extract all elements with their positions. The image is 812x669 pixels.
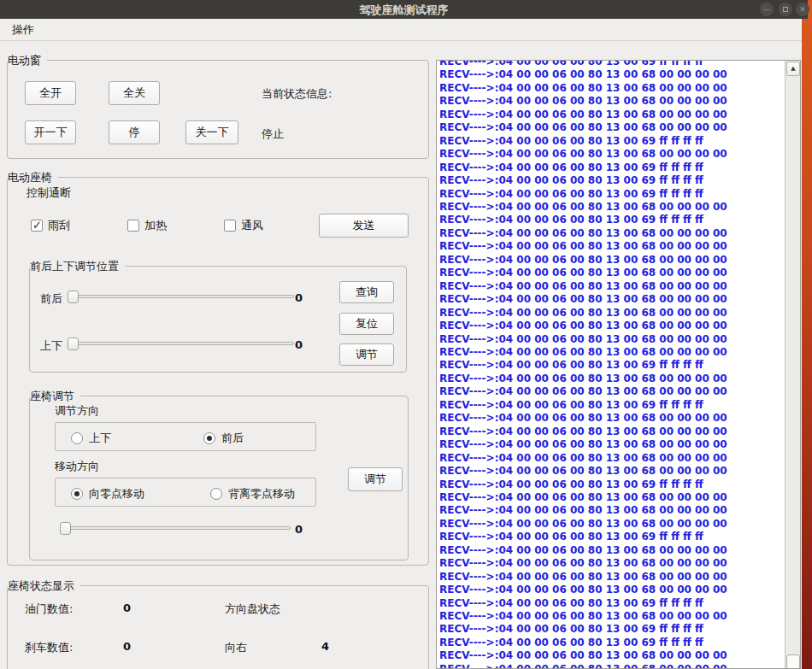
log-line: RECV---->:04 00 00 06 00 80 13 00 68 00 … [439, 544, 784, 557]
log-line: RECV---->:04 00 00 06 00 80 13 00 68 00 … [439, 148, 784, 161]
stop-button[interactable]: 停 [109, 120, 160, 144]
heating-checkbox-label: 加热 [144, 218, 167, 233]
direction-updown-radio[interactable]: 上下 [71, 431, 111, 446]
log-line: RECV---->:04 00 00 06 00 80 13 00 69 ff … [439, 623, 784, 636]
log-line: RECV---->:04 00 00 06 00 80 13 00 68 00 … [439, 491, 784, 504]
menu-bar: 操作 [0, 19, 802, 41]
frontback-slider-handle[interactable] [68, 290, 79, 303]
seat-adjust-slider[interactable] [60, 522, 291, 535]
seat-adjust-slider-groove[interactable] [60, 526, 291, 530]
log-line: RECV---->:04 00 00 06 00 80 13 00 69 ff … [439, 161, 784, 174]
throttle-value: 0 [123, 602, 131, 614]
direction-frontback-radio-label: 前后 [221, 431, 244, 446]
group-electric-window-title: 电动窗 [8, 53, 47, 67]
open-once-button[interactable]: 开一下 [25, 120, 76, 144]
log-line: RECV---->:04 00 00 06 00 80 13 00 68 00 … [439, 293, 784, 306]
movement-awayzero-radio[interactable]: 背离零点移动 [210, 486, 295, 502]
frontback-slider[interactable] [68, 290, 294, 303]
direction-frontback-radio[interactable]: 前后 [203, 431, 244, 446]
close-icon: ✕ [799, 6, 806, 14]
log-line: RECV---->:04 00 00 06 00 80 13 00 68 00 … [439, 504, 784, 517]
full-open-button[interactable]: 全开 [25, 81, 76, 105]
group-position-adjust: 前后上下调节位置 前后 0 上下 0 查询 复位 调节 [29, 266, 407, 373]
log-line: RECV---->:04 00 00 06 00 80 13 00 68 00 … [439, 571, 784, 584]
frontback-slider-value: 0 [295, 291, 303, 304]
close-once-button[interactable]: 关一下 [185, 120, 238, 144]
direction-updown-radio-label: 上下 [89, 431, 111, 446]
full-close-button[interactable]: 全关 [109, 81, 160, 105]
window-titlebar[interactable]: 驾驶座舱测试程序 — ✕ [0, 0, 808, 19]
current-status-value: 停止 [262, 126, 284, 142]
log-line: RECV---->:04 00 00 06 00 80 13 00 68 00 … [439, 227, 784, 240]
wiper-checkbox[interactable]: 雨刮 [31, 218, 70, 233]
reset-button[interactable]: 复位 [339, 313, 394, 335]
movement-awayzero-radio-circle[interactable] [210, 488, 222, 500]
frontback-slider-groove[interactable] [68, 295, 294, 298]
direction-frontback-radio-circle[interactable] [203, 432, 215, 444]
send-button[interactable]: 发送 [319, 214, 409, 238]
log-line: RECV---->:04 00 00 06 00 80 13 00 68 00 … [439, 307, 784, 320]
ventilation-checkbox[interactable]: 通风 [224, 218, 263, 233]
steering-direction-value: 4 [321, 640, 329, 653]
movement-tozero-radio-label: 向零点移动 [89, 486, 144, 502]
direction-updown-radio-circle[interactable] [71, 432, 83, 444]
log-line: RECV---->:04 00 00 06 00 80 13 00 68 00 … [439, 280, 784, 293]
heating-checkbox[interactable]: 加热 [127, 218, 167, 233]
updown-slider-handle[interactable] [68, 337, 79, 350]
query-button[interactable]: 查询 [339, 281, 394, 303]
seat-adjust-slider-handle[interactable] [60, 522, 71, 535]
log-line: RECV---->:04 00 00 06 00 80 13 00 68 00 … [439, 68, 784, 81]
scrollbar-thumb[interactable] [786, 654, 800, 669]
ventilation-checkbox-label: 通风 [241, 218, 263, 233]
window-title: 驾驶座舱测试程序 [0, 3, 808, 18]
movement-tozero-radio[interactable]: 向零点移动 [71, 486, 144, 502]
log-line: RECV---->:04 00 00 06 00 80 13 00 69 ff … [439, 359, 784, 372]
heating-checkbox-box[interactable] [127, 220, 139, 232]
log-line: RECV---->:04 00 00 06 00 80 13 00 68 00 … [439, 557, 784, 570]
group-seat-status-title: 座椅状态显示 [8, 578, 80, 593]
log-lines: RECV---->:04 00 00 06 00 80 13 00 69 ff … [439, 60, 784, 669]
log-line: RECV---->:04 00 00 06 00 80 13 00 68 00 … [439, 201, 784, 214]
scroll-up-button[interactable]: ▲ [786, 62, 800, 76]
log-line: RECV---->:04 00 00 06 00 80 13 00 69 ff … [439, 60, 784, 68]
brake-value: 0 [123, 640, 131, 653]
close-button[interactable]: ✕ [796, 3, 809, 16]
log-line: RECV---->:04 00 00 06 00 80 13 00 68 00 … [439, 584, 784, 596]
group-electric-window: 电动窗 全开 全关 开一下 停 关一下 当前状态信息: 停止 [7, 60, 429, 159]
receive-log-panel[interactable]: RECV---->:04 00 00 06 00 80 13 00 69 ff … [436, 60, 801, 669]
log-line: RECV---->:04 00 00 06 00 80 13 00 68 00 … [439, 610, 784, 623]
app-window: 驾驶座舱测试程序 — ✕ 操作 电动窗 全开 全关 开一下 停 关一下 当前状态… [0, 0, 812, 669]
seat-adjust-button[interactable]: 调节 [348, 467, 403, 491]
log-line: RECV---->:04 00 00 06 00 80 13 00 69 ff … [439, 399, 784, 412]
seat-adjust-slider-value: 0 [295, 523, 303, 536]
position-adjust-button[interactable]: 调节 [339, 343, 394, 366]
log-line: RECV---->:04 00 00 06 00 80 13 00 68 00 … [439, 95, 784, 108]
log-line: RECV---->:04 00 00 06 00 80 13 00 68 00 … [439, 254, 784, 267]
ventilation-checkbox-box[interactable] [224, 220, 236, 232]
menu-item-operation[interactable]: 操作 [7, 19, 39, 41]
group-seat-adjust-title: 座椅调节 [30, 389, 80, 403]
wiper-checkbox-box[interactable] [31, 220, 43, 232]
movement-tozero-radio-circle[interactable] [71, 488, 83, 500]
log-line: RECV---->:04 00 00 06 00 80 13 00 68 00 … [439, 109, 784, 121]
log-line: RECV---->:04 00 00 06 00 80 13 00 68 00 … [439, 649, 784, 662]
log-line: RECV---->:04 00 00 06 00 80 13 00 69 ff … [439, 478, 784, 491]
steering-direction-label: 向右 [225, 640, 247, 655]
desktop-background [802, 0, 812, 669]
log-line: RECV---->:04 00 00 06 00 80 13 00 68 00 … [439, 518, 784, 531]
direction-label: 调节方向 [55, 403, 99, 419]
log-line: RECV---->:04 00 00 06 00 80 13 00 68 00 … [439, 438, 784, 451]
log-line: RECV---->:04 00 00 06 00 80 13 00 69 ff … [439, 214, 784, 226]
updown-slider-groove[interactable] [68, 342, 294, 345]
wiper-checkbox-label: 雨刮 [48, 218, 70, 233]
slider-updown-label: 上下 [40, 338, 62, 354]
maximize-icon [783, 7, 788, 12]
movement-awayzero-radio-label: 背离零点移动 [228, 486, 295, 502]
group-position-adjust-title: 前后上下调节位置 [30, 259, 125, 273]
maximize-button[interactable] [779, 3, 792, 16]
updown-slider[interactable] [68, 337, 294, 350]
minimize-button[interactable]: — [760, 3, 774, 16]
minimize-icon: — [763, 6, 771, 14]
log-scrollbar[interactable]: ▲ [785, 61, 800, 669]
group-seat-status: 座椅状态显示 油门数值: 0 方向盘状态 刹车数值: 0 向右 4 [7, 585, 429, 669]
